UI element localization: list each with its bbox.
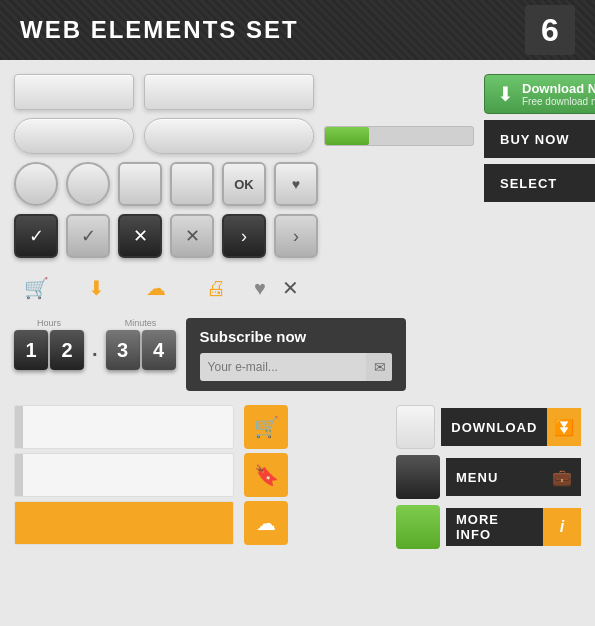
list-item-1 (14, 405, 234, 449)
more-info-action-row: MORE INFO i (396, 505, 581, 549)
buy-now-button[interactable]: BUY NOW 🛒 (484, 120, 595, 158)
right-col-main: ⬇ Download Now Free download now BUY NOW… (484, 74, 595, 391)
download-double-chevron-icon: ⏬ (547, 408, 581, 446)
cd-group-1: Hours 1 2 (14, 318, 84, 370)
minutes-label: Minutes (125, 318, 157, 328)
pill-button-small[interactable] (14, 118, 134, 154)
heart-button[interactable]: ♥ (274, 162, 318, 206)
heart-icon: ♥ (292, 176, 300, 192)
rect-button-small-1[interactable] (14, 74, 134, 110)
row1: OK ♥ ✓ ✓ ✕ ✕ › (14, 74, 581, 391)
download-sub-label: Free download now (522, 96, 595, 107)
download-action-label: DOWNLOAD (441, 408, 547, 446)
icon-row: 🛒 ⬇ ☁ 🖨 ♥ ✕ (14, 266, 474, 310)
digit-2: 2 (50, 330, 84, 370)
subscribe-title: Subscribe now (200, 328, 392, 345)
download-arrow-icon: ⬇ (497, 82, 514, 106)
chevron-right-icon-light: › (293, 226, 299, 247)
list-bar-2 (15, 454, 23, 496)
list-bar-1 (15, 406, 23, 448)
briefcase-icon: 💼 (543, 458, 581, 496)
chevron-right-icon-dark: › (241, 226, 247, 247)
check-light-button-1[interactable]: ✓ (66, 214, 110, 258)
circle-button-1[interactable] (14, 162, 58, 206)
list-item-2 (14, 453, 234, 497)
circle-button-2[interactable] (66, 162, 110, 206)
arrow-dark-button[interactable]: › (222, 214, 266, 258)
pill-button-large[interactable] (144, 118, 314, 154)
countdown-sep: · (92, 343, 98, 370)
subscribe-section: Subscribe now ✉ (186, 318, 406, 391)
toggle-buttons-row: ✓ ✓ ✕ ✕ › › (14, 214, 474, 258)
check-dark-button-1[interactable]: ✓ (14, 214, 58, 258)
cloud-icon-btn[interactable]: ☁ (134, 266, 178, 310)
bottom-section: 🛒 🔖 ☁ DOWNLOAD ⏬ MENU 💼 MORE INFO i (14, 405, 581, 549)
buy-now-label: BUY NOW (484, 120, 595, 158)
shape-buttons-row: OK ♥ (14, 162, 474, 206)
rect-button-large-1[interactable] (144, 74, 314, 110)
countdown-section: Hours 1 2 · Minutes (14, 318, 176, 370)
check-icon-1: ✓ (29, 225, 44, 247)
cd-group-2: Minutes 3 4 (106, 318, 176, 370)
left-col-1: OK ♥ ✓ ✓ ✕ ✕ › (14, 74, 474, 391)
progress-fill (325, 127, 369, 145)
cross-dark-button-1[interactable]: ✕ (118, 214, 162, 258)
subscribe-input-wrap: ✉ (200, 353, 392, 381)
more-info-action-label: MORE INFO (446, 508, 543, 546)
progress-bar (324, 126, 474, 146)
print-icon-btn[interactable]: 🖨 (194, 266, 238, 310)
menu-action-label: MENU (446, 458, 543, 496)
download-now-button[interactable]: ⬇ Download Now Free download now (484, 74, 595, 114)
download-action-row: DOWNLOAD ⏬ (396, 405, 581, 449)
cross-light-button-1[interactable]: ✕ (170, 214, 214, 258)
select-button[interactable]: SELECT ▼ (484, 164, 595, 202)
more-info-square-thumb (396, 505, 440, 549)
select-label: SELECT (484, 164, 595, 202)
square-button-2[interactable] (170, 162, 214, 206)
header-title: WEB ELEMENTS SET (20, 16, 299, 44)
menu-action-row: MENU 💼 (396, 455, 581, 499)
download-square-thumb (396, 405, 435, 449)
cross-icon-1: ✕ (133, 225, 148, 247)
rect-buttons-row (14, 74, 474, 110)
cart-mid-btn[interactable]: 🛒 (244, 405, 288, 449)
hours-label: Hours (37, 318, 61, 328)
right-action-btns: DOWNLOAD ⏬ MENU 💼 MORE INFO i (396, 405, 581, 549)
middle-icon-btns: 🛒 🔖 ☁ (244, 405, 288, 545)
download-icon-btn[interactable]: ⬇ (74, 266, 118, 310)
list-item-3 (14, 501, 234, 545)
pill-buttons-row (14, 118, 474, 154)
cross-icon-2: ✕ (185, 225, 200, 247)
digit-4: 4 (142, 330, 176, 370)
header: WEB ELEMENTS SET 6 (0, 0, 595, 60)
square-button-1[interactable] (118, 162, 162, 206)
digit-1: 1 (14, 330, 48, 370)
arrow-light-button[interactable]: › (274, 214, 318, 258)
close-icon-btn[interactable]: ✕ (282, 276, 299, 300)
cloud-mid-btn[interactable]: ☁ (244, 501, 288, 545)
heart-icon-btn[interactable]: ♥ (254, 277, 266, 300)
digit-3: 3 (106, 330, 140, 370)
header-number: 6 (525, 5, 575, 55)
download-btn-text: Download Now Free download now (522, 81, 595, 107)
subscribe-button[interactable]: ✉ (366, 353, 392, 381)
countdown-subscribe-row: Hours 1 2 · Minutes (14, 318, 474, 391)
info-icon: i (543, 508, 581, 546)
cart-icon-btn[interactable]: 🛒 (14, 266, 58, 310)
light-digit-group: Minutes 3 4 (106, 318, 176, 370)
bookmark-mid-btn[interactable]: 🔖 (244, 453, 288, 497)
check-icon-2: ✓ (81, 225, 96, 247)
content-area: OK ♥ ✓ ✓ ✕ ✕ › (0, 60, 595, 563)
list-section (14, 405, 234, 549)
countdown-inner: Hours 1 2 · Minutes (14, 318, 176, 370)
email-input[interactable] (200, 354, 366, 380)
list-bar-3 (15, 502, 233, 544)
dark-digit-group: Hours 1 2 (14, 318, 84, 370)
menu-square-thumb (396, 455, 440, 499)
ok-button[interactable]: OK (222, 162, 266, 206)
download-main-label: Download Now (522, 81, 595, 96)
